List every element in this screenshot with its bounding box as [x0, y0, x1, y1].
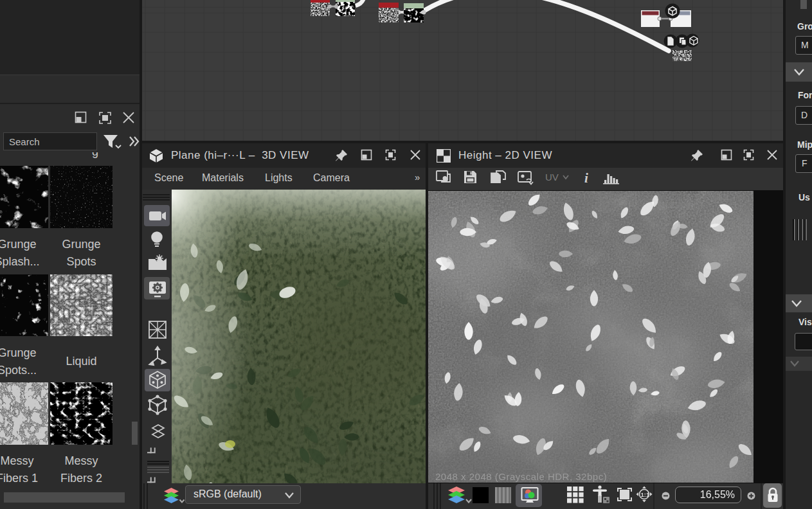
svg-text:i: i — [584, 170, 588, 186]
svg-text:1:1: 1:1 — [641, 491, 650, 498]
svg-text:UV: UV — [545, 172, 559, 183]
